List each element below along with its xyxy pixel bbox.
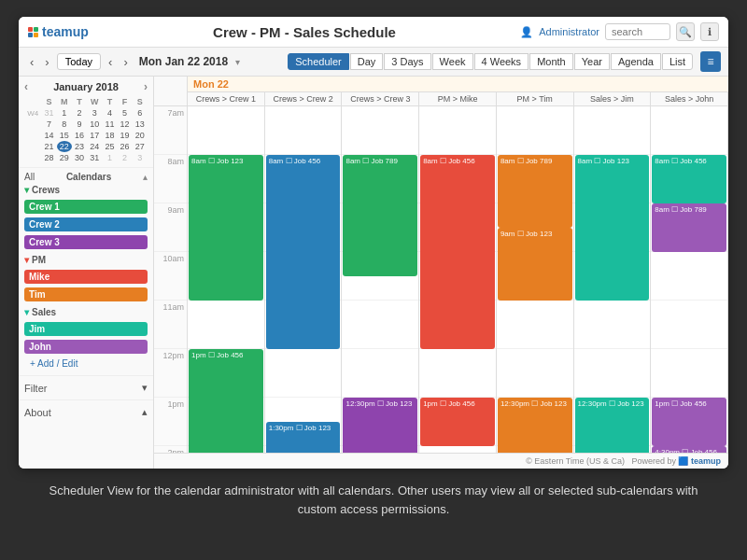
event-block[interactable]: 1pm ☐ Job 456 (652, 398, 726, 446)
event-block[interactable]: 12:30pm ☐ Job 123 (343, 398, 417, 453)
hour-line (574, 106, 651, 155)
view-tab-list[interactable]: List (662, 53, 693, 70)
add-edit-link[interactable]: + Add / Edit (24, 356, 148, 371)
admin-link[interactable]: Administrator (539, 26, 599, 37)
event-block[interactable]: 8am ☐ Job 123 (189, 155, 263, 301)
time-slot: 9am (154, 203, 187, 252)
month-prev-button[interactable]: ‹ (26, 53, 37, 71)
hour-line (342, 349, 418, 398)
mike-item[interactable]: Mike (24, 268, 148, 286)
view-tab-week[interactable]: Week (432, 53, 473, 70)
toolbar: ‹ › Today ‹ › Mon Jan 22 2018 ▾ Schedule… (19, 48, 728, 77)
event-block[interactable]: 8am ☐ Job 789 (343, 155, 417, 276)
hour-line (497, 301, 573, 349)
all-calendars-label: All (24, 172, 35, 182)
filter-chevron: ▾ (142, 382, 148, 394)
event-block[interactable]: 8am ☐ Job 456 (652, 155, 726, 203)
event-block[interactable]: 8am ☐ Job 456 (266, 155, 341, 349)
event-block[interactable]: 1pm ☐ Job 456 (189, 349, 263, 453)
pm-section-header[interactable]: ▾ PM (24, 255, 148, 265)
filter-section: Filter ▾ (19, 375, 153, 399)
info-button[interactable]: ℹ (700, 22, 719, 41)
sales-section-header[interactable]: ▾ Sales (24, 307, 148, 317)
search-input[interactable] (605, 23, 670, 40)
mini-cal-prev[interactable]: ‹ (24, 80, 28, 93)
calendars-toggle[interactable]: ▴ (143, 172, 148, 182)
event-block[interactable]: 8am ☐ Job 789 (498, 155, 572, 228)
hour-line (188, 106, 264, 155)
hour-line (651, 349, 727, 398)
view-tab-4-weeks[interactable]: 4 Weeks (474, 53, 529, 70)
date-range-dropdown-icon[interactable]: ▾ (235, 57, 240, 67)
view-tab-month[interactable]: Month (529, 53, 573, 70)
view-tab-day[interactable]: Day (350, 53, 384, 70)
scheduler-col-3: 8am ☐ Job 4561pm ☐ Job 456 (419, 106, 497, 453)
crews-section-header[interactable]: ▾ Crews (24, 185, 148, 195)
crew-1-label: Crew 1 (24, 200, 148, 214)
mini-cal-next[interactable]: › (144, 80, 148, 93)
scheduler-col-0: 8am ☐ Job 1231pm ☐ Job 456 (188, 106, 265, 453)
hour-line (497, 349, 573, 398)
calendars-section: All Calendars ▴ ▾ Crews Crew 1 (19, 167, 153, 375)
today-button[interactable]: Today (57, 53, 101, 70)
col-header-1: Crews > Crew 2 (265, 92, 343, 105)
scheduler-footer: © Eastern Time (US & Ca) Powered by 🟦 te… (154, 453, 728, 469)
event-block[interactable]: 12:30pm ☐ Job 123 (498, 398, 572, 453)
time-slot: 7am (154, 106, 187, 155)
event-block[interactable]: 1pm ☐ Job 456 (420, 398, 495, 446)
mini-calendar: ‹ January 2018 › SMTWTFSW431123456789101… (19, 77, 153, 167)
hour-line (497, 106, 573, 155)
scheduler-cols: 8am ☐ Job 1231pm ☐ Job 4568am ☐ Job 4561… (188, 106, 728, 453)
crew-3-item[interactable]: Crew 3 (24, 233, 148, 251)
event-block[interactable]: 12:30pm ☐ Job 123 (575, 398, 650, 453)
sidebar: ‹ January 2018 › SMTWTFSW431123456789101… (19, 77, 154, 469)
mini-cal-month-year: January 2018 (53, 81, 119, 92)
top-right-area: 👤 Administrator 🔍 ℹ (520, 22, 719, 41)
tim-item[interactable]: Tim (24, 286, 148, 303)
date-range-label: Mon Jan 22 2018 (139, 55, 228, 68)
filter-toggle[interactable]: Filter ▾ (24, 380, 148, 396)
crew-2-item[interactable]: Crew 2 (24, 216, 148, 233)
view-tab-scheduler[interactable]: Scheduler (288, 53, 349, 70)
top-bar: teamup Crew - PM - Sales Schedule 👤 Admi… (19, 17, 728, 48)
view-tab-3-days[interactable]: 3 Days (384, 53, 430, 70)
hour-line (574, 349, 651, 398)
john-label: John (24, 340, 148, 354)
col-header-3: PM > Mike (419, 92, 497, 105)
date-prev-button[interactable]: ‹ (105, 53, 116, 71)
footer-brand: teamup (691, 456, 721, 466)
caption: Scheduler View for the calendar administ… (19, 469, 728, 527)
time-slot: 12pm (154, 349, 187, 398)
date-next-button[interactable]: › (120, 53, 131, 71)
app-title: Crew - PM - Sales Schedule (96, 24, 513, 40)
col-header-6: Sales > John (651, 92, 728, 105)
john-item[interactable]: John (24, 338, 148, 356)
event-block[interactable]: 8am ☐ Job 789 (652, 203, 726, 252)
outer-container: teamup Crew - PM - Sales Schedule 👤 Admi… (0, 0, 747, 527)
mini-cal-table: SMTWTFSW43112345678910111213141516171819… (24, 96, 148, 163)
event-block[interactable]: 1:30pm ☐ Job 123 (266, 422, 341, 453)
search-button[interactable]: 🔍 (676, 22, 695, 41)
scheduler-col-6: 8am ☐ Job 4568am ☐ Job 7891pm ☐ Job 4564… (651, 106, 728, 453)
view-tab-agenda[interactable]: Agenda (611, 53, 661, 70)
time-slot: 2pm (154, 446, 187, 453)
about-toggle[interactable]: About ▴ (24, 404, 148, 420)
col-header-0: Crews > Crew 1 (188, 92, 265, 105)
event-block[interactable]: 8am ☐ Job 123 (575, 155, 650, 301)
event-block[interactable]: 8am ☐ Job 456 (420, 155, 495, 349)
crew-2-label: Crew 2 (24, 217, 148, 231)
mini-cal-header: ‹ January 2018 › (24, 80, 148, 93)
hamburger-menu-button[interactable]: ≡ (700, 51, 721, 72)
crew-1-item[interactable]: Crew 1 (24, 198, 148, 216)
month-next-button[interactable]: › (41, 53, 52, 71)
hour-line (419, 349, 496, 398)
event-block[interactable]: 4:30pm ☐ Job 456 (652, 446, 726, 453)
jim-item[interactable]: Jim (24, 320, 148, 338)
hour-line (651, 106, 727, 155)
col-header-5: Sales > Jim (574, 92, 652, 105)
time-gutter: 7am8am9am10am11am12pm1pm2pm3pm4pm5pm6pm7… (154, 106, 188, 453)
view-tab-year[interactable]: Year (574, 53, 610, 70)
col-header-2: Crews > Crew 3 (342, 92, 419, 105)
time-slot: 10am (154, 252, 187, 301)
event-block[interactable]: 9am ☐ Job 123 (498, 228, 572, 301)
